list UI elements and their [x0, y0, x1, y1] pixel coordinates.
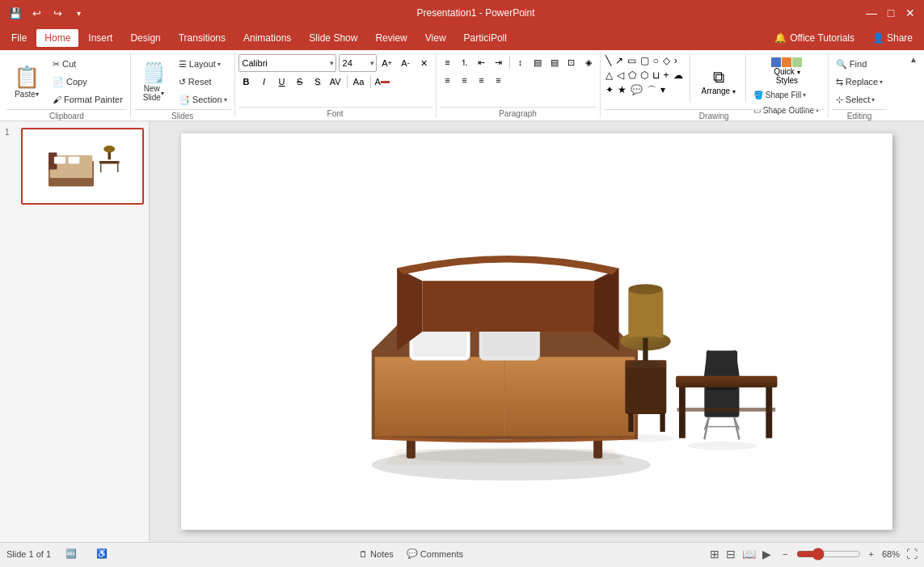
shape-callout[interactable]: 💬	[629, 83, 644, 99]
normal-view-button[interactable]: ⊞	[710, 548, 719, 561]
zoom-in-button[interactable]: +	[864, 548, 879, 561]
shape-rect[interactable]: ▭	[626, 54, 638, 67]
columns-button[interactable]: ▤	[530, 54, 546, 70]
format-painter-button[interactable]: 🖌 Format Painter	[49, 92, 127, 107]
language-button[interactable]: 🔤	[61, 547, 82, 561]
cut-button[interactable]: ✂ Cut	[49, 57, 127, 72]
underline-button[interactable]: U	[274, 74, 290, 90]
align-center-button[interactable]: ≡	[457, 72, 473, 88]
font-color-button[interactable]: A	[374, 74, 390, 90]
fit-slide-button[interactable]: ⛶	[906, 548, 918, 561]
slide-thumb-wrapper: 1	[5, 128, 144, 205]
shape-tri[interactable]: △	[604, 69, 614, 82]
slide-canvas[interactable]	[181, 133, 892, 530]
shape-diamond[interactable]: ◇	[661, 54, 672, 67]
align-right-button[interactable]: ≡	[474, 72, 490, 88]
italic-button[interactable]: I	[256, 74, 272, 90]
increase-indent-button[interactable]: ⇥	[491, 54, 507, 70]
menu-participoll[interactable]: ParticiPoll	[456, 29, 515, 47]
save-icon[interactable]: 💾	[6, 4, 24, 22]
slide-panel: 1	[0, 121, 150, 542]
customize-qat-icon[interactable]: ▾	[70, 4, 87, 22]
shape-circle[interactable]: ○	[652, 54, 660, 67]
maximize-button[interactable]: □	[884, 6, 898, 20]
find-button[interactable]: 🔍 Find	[832, 57, 887, 72]
shape-pentagon[interactable]: ⬠	[627, 69, 638, 82]
shape-arrow-line[interactable]: ↗	[614, 54, 625, 67]
numbering-button[interactable]: ⒈	[457, 54, 473, 70]
zoom-slider[interactable]	[796, 548, 861, 561]
new-slide-button[interactable]: 🗒️ NewSlide ▾	[134, 54, 173, 109]
copy-button[interactable]: 📄 Copy	[49, 74, 127, 90]
close-button[interactable]: ✕	[903, 6, 918, 20]
menu-insert[interactable]: Insert	[80, 29, 120, 47]
shape-line[interactable]: ╲	[604, 54, 613, 67]
decrease-indent-button[interactable]: ⇤	[474, 54, 490, 70]
font-size-dropdown[interactable]: ▾	[369, 59, 376, 67]
svg-point-24	[629, 284, 663, 294]
menu-review[interactable]: Review	[367, 29, 415, 47]
zoom-out-button[interactable]: −	[778, 548, 792, 561]
reading-view-button[interactable]: 📖	[742, 548, 756, 561]
shadow-button[interactable]: S	[310, 74, 326, 90]
align-text-button[interactable]: ⊡	[563, 54, 580, 70]
align-left-button[interactable]: ≡	[440, 72, 456, 88]
shape-cylinder[interactable]: ⊔	[651, 69, 661, 82]
minimize-button[interactable]: —	[864, 6, 879, 20]
menu-view[interactable]: View	[417, 29, 454, 47]
share-button[interactable]: 👤Share	[864, 29, 921, 47]
select-button[interactable]: ⊹ Select ▾	[832, 92, 887, 108]
menu-design[interactable]: Design	[122, 29, 168, 47]
menu-slideshow[interactable]: Slide Show	[301, 29, 365, 47]
menu-office-tutorials[interactable]: 🔔Office Tutorials	[766, 29, 863, 47]
shape-star4[interactable]: ✦	[604, 83, 615, 99]
menu-file[interactable]: File	[3, 29, 35, 47]
shape-plus[interactable]: +	[662, 69, 671, 82]
convert-smartart-button[interactable]: ◈	[580, 54, 597, 70]
redo-icon[interactable]: ↪	[49, 4, 66, 22]
justify-button[interactable]: ≡	[491, 72, 507, 88]
slideshow-button[interactable]: ▶	[762, 548, 771, 561]
accessibility-button[interactable]: ♿	[91, 547, 112, 561]
menu-transitions[interactable]: Transitions	[171, 29, 234, 47]
quick-styles-button[interactable]: Quick ▾ Styles	[749, 54, 825, 88]
paste-button[interactable]: 📋 Paste ▾	[6, 54, 47, 109]
arrange-button[interactable]: ⧉ Arrange ▾	[695, 65, 742, 99]
shape-fill-button[interactable]: 🪣 Shape Fill ▾	[749, 88, 825, 102]
comments-button[interactable]: 💬 Comments	[402, 547, 468, 561]
shape-hex[interactable]: ⬡	[639, 69, 650, 82]
quick-access-toolbar: 💾 ↩ ↪ ▾	[6, 4, 87, 22]
text-direction-button[interactable]: ▤	[546, 54, 563, 70]
reset-button[interactable]: ↺ Reset	[175, 74, 231, 90]
section-button[interactable]: 📑 Section ▾	[175, 92, 231, 108]
collapse-ribbon-button[interactable]: ▲	[909, 55, 918, 64]
shape-more[interactable]: ▾	[659, 83, 667, 99]
slide-thumbnail[interactable]	[21, 128, 144, 205]
font-name-dropdown[interactable]: ▾	[328, 59, 335, 67]
undo-icon[interactable]: ↩	[27, 4, 45, 22]
change-case-button[interactable]: Aa	[351, 74, 367, 90]
notes-button[interactable]: 🗒 Notes	[354, 548, 399, 561]
shape-rounded-rect[interactable]: ▢	[639, 54, 651, 67]
font-name-input[interactable]	[239, 55, 328, 71]
shape-star5[interactable]: ★	[616, 83, 628, 99]
shape-chevron[interactable]: ›	[673, 54, 679, 67]
layout-button[interactable]: ☰ Layout ▾	[175, 57, 231, 72]
slide-sorter-button[interactable]: ⊟	[726, 548, 736, 561]
font-size-input[interactable]	[340, 55, 369, 71]
replace-button[interactable]: ⇆ Replace ▾	[832, 74, 887, 90]
char-spacing-button[interactable]: AV	[327, 74, 344, 90]
decrease-font-size-button[interactable]: A-	[398, 55, 414, 71]
svg-rect-37	[676, 376, 777, 387]
strikethrough-button[interactable]: S	[292, 74, 308, 90]
line-spacing-button[interactable]: ↕	[513, 54, 529, 70]
bold-button[interactable]: B	[238, 74, 255, 90]
shape-arc[interactable]: ⌒	[645, 83, 658, 99]
bullets-button[interactable]: ≡	[440, 54, 456, 70]
shape-cloud[interactable]: ☁	[672, 69, 685, 82]
clear-formatting-button[interactable]: ✕	[416, 55, 432, 71]
menu-home[interactable]: Home	[36, 29, 78, 47]
shape-rtri[interactable]: ◁	[615, 69, 626, 82]
increase-font-size-button[interactable]: A+	[379, 55, 395, 71]
menu-animations[interactable]: Animations	[235, 29, 299, 47]
